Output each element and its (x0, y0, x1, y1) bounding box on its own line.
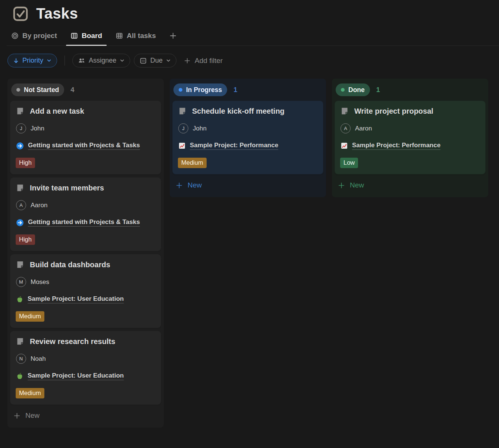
page-icon (16, 107, 25, 116)
status-dot-icon (179, 88, 182, 92)
checkbox-icon (12, 6, 29, 22)
arrow-circle-icon (16, 142, 24, 150)
status-pill-in-progress[interactable]: In Progress (173, 83, 227, 96)
column-name: In Progress (186, 86, 222, 94)
avatar: M (16, 277, 26, 287)
chevron-down-icon (120, 58, 125, 63)
task-title: Schedule kick-off meeting (192, 107, 285, 116)
kanban-board: Not Started 4 Add a new task J John (0, 67, 499, 428)
task-card[interactable]: Review research results N Noah Sample Pr… (10, 331, 161, 404)
priority-sort-button[interactable]: Priority (7, 54, 57, 67)
chart-increasing-icon (340, 142, 348, 149)
assignee-name: Aaron (355, 125, 372, 132)
tab-label: Board (82, 32, 102, 40)
project-link[interactable]: Sample Project: Performance (190, 142, 278, 150)
add-filter-button[interactable]: Add filter (184, 57, 223, 65)
plus-icon (176, 182, 183, 189)
page-icon (340, 107, 349, 116)
task-card[interactable]: Write project proposal A Aaron Sample Pr… (335, 101, 485, 174)
status-pill-not-started[interactable]: Not Started (11, 83, 64, 96)
column-header: Not Started 4 (10, 83, 161, 101)
project-link[interactable]: Getting started with Projects & Tasks (28, 218, 140, 227)
priority-sort-label: Priority (22, 57, 43, 64)
page-icon (178, 107, 187, 116)
task-title: Invite team members (30, 184, 104, 192)
task-card[interactable]: Invite team members A Aaron Getting star… (10, 178, 161, 251)
column-name: Done (348, 86, 365, 94)
new-task-button[interactable]: New (173, 178, 323, 193)
divider (65, 56, 65, 66)
status-dot-icon (16, 88, 20, 92)
assignee-name: Noah (31, 355, 46, 363)
task-title: Write project proposal (354, 107, 433, 116)
arrow-circle-icon (16, 219, 24, 227)
task-card[interactable]: Schedule kick-off meeting J John Sample … (173, 101, 323, 174)
page-header: Tasks (0, 0, 499, 22)
page-icon (16, 260, 25, 269)
chevron-down-icon (166, 58, 171, 63)
priority-tag[interactable]: Low (340, 158, 358, 168)
column-count: 1 (233, 86, 237, 94)
task-card[interactable]: Add a new task J John Getting started wi… (10, 101, 161, 174)
priority-tag[interactable]: High (16, 234, 35, 245)
green-apple-icon (16, 372, 23, 380)
board-column-in-progress: In Progress 1 Schedule kick-off meeting … (170, 79, 326, 197)
tab-by-project[interactable]: By project (11, 32, 57, 45)
plus-icon (169, 32, 177, 40)
tab-board[interactable]: Board (70, 32, 102, 45)
due-filter-label: Due (150, 57, 163, 64)
project-link[interactable]: Sample Project: Performance (352, 142, 440, 150)
tab-label: By project (22, 32, 57, 40)
assignee-name: Aaron (31, 202, 47, 209)
arrow-down-icon (13, 58, 19, 64)
chevron-down-icon (47, 58, 51, 63)
project-link[interactable]: Getting started with Projects & Tasks (28, 142, 140, 150)
page-icon (16, 183, 25, 192)
project-link[interactable]: Sample Project: User Education (28, 372, 124, 380)
project-link[interactable]: Sample Project: User Education (28, 295, 124, 303)
plus-icon (338, 182, 345, 189)
plus-icon (13, 412, 21, 419)
add-filter-label: Add filter (195, 57, 223, 65)
people-icon (78, 57, 85, 64)
page-icon (16, 337, 25, 346)
assignee-filter-label: Assignee (89, 57, 116, 64)
avatar: N (16, 354, 26, 364)
green-apple-icon (16, 296, 23, 303)
avatar: J (16, 123, 26, 133)
add-view-button[interactable] (169, 32, 177, 45)
priority-tag[interactable]: Medium (16, 311, 44, 322)
task-title: Build data dashboards (30, 261, 110, 269)
assignee-filter-button[interactable]: Assignee (72, 54, 130, 67)
due-filter-button[interactable]: Due (134, 54, 176, 67)
new-task-button[interactable]: New (335, 178, 485, 193)
page-title: Tasks (36, 5, 78, 22)
avatar: A (340, 123, 351, 133)
new-task-label: New (25, 411, 40, 420)
target-icon (11, 32, 19, 40)
board-column-not-started: Not Started 4 Add a new task J John (7, 79, 164, 428)
task-card[interactable]: Build data dashboards M Moses Sample Pro… (10, 255, 161, 328)
chart-increasing-icon (178, 142, 186, 149)
table-icon (116, 32, 123, 40)
tab-label: All tasks (127, 32, 156, 40)
priority-tag[interactable]: High (16, 158, 35, 168)
new-task-button[interactable]: New (10, 408, 161, 423)
column-name: Not Started (24, 86, 59, 94)
avatar: J (178, 123, 188, 133)
status-dot-icon (341, 88, 345, 92)
column-count: 1 (376, 86, 380, 94)
filter-bar: Priority Assignee (7, 54, 499, 67)
column-count: 4 (70, 86, 74, 94)
priority-tag[interactable]: Medium (16, 388, 44, 398)
new-task-label: New (350, 181, 364, 189)
avatar: A (16, 200, 26, 210)
priority-tag[interactable]: Medium (178, 158, 207, 168)
column-header: In Progress 1 (173, 83, 323, 101)
new-task-label: New (188, 181, 202, 189)
view-tabs-bar: By project Board (7, 32, 499, 46)
tab-all-tasks[interactable]: All tasks (116, 32, 156, 45)
board-column-done: Done 1 Write project proposal A Aaron (332, 79, 488, 197)
status-pill-done[interactable]: Done (336, 83, 370, 96)
task-title: Add a new task (30, 107, 84, 116)
